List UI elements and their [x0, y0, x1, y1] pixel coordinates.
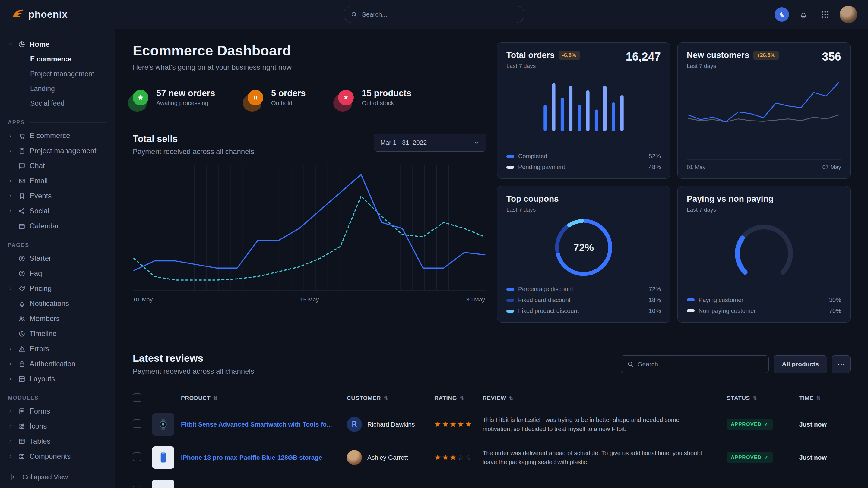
- legend-swatch: [506, 166, 514, 169]
- sidebar-item-notifications[interactable]: Notifications: [8, 296, 107, 311]
- reviews-search-input[interactable]: [638, 360, 763, 368]
- search-icon: [350, 11, 358, 18]
- sidebar-item-tables[interactable]: Tables: [8, 434, 107, 449]
- more-options-button[interactable]: ⋯: [832, 355, 850, 373]
- table-header-row: PRODUCT ⇅CUSTOMER ⇅RATING ⇅REVIEW ⇅STATU…: [133, 389, 850, 408]
- mail-icon: [17, 177, 27, 185]
- caret-right-icon: [8, 454, 14, 459]
- table-row-partial: [133, 474, 850, 488]
- pie-chart-icon: [17, 40, 27, 48]
- sidebar-item-faq[interactable]: Faq: [8, 266, 107, 281]
- collapsed-view-button[interactable]: Collapsed View: [0, 466, 115, 488]
- table-row: iPhone 13 pro max-Pacific Blue-128GB sto…: [133, 441, 850, 474]
- x-axis-label: 01 May: [687, 164, 706, 171]
- apps-grid-button[interactable]: [818, 7, 832, 22]
- reviews-title: Latest reviews: [133, 352, 254, 364]
- total-sells-subtitle: Payment received across all channels: [133, 148, 254, 156]
- total-orders-card: Total orders -6.8% Last 7 days 16,247 Co…: [497, 42, 670, 179]
- collapsed-view-label: Collapsed View: [22, 473, 68, 481]
- sidebar-item-project-management[interactable]: Project management: [8, 143, 107, 158]
- stat-15-products: 15 productsOut of stock: [338, 88, 411, 107]
- sidebar-item-layouts[interactable]: Layouts: [8, 371, 107, 386]
- global-search-input[interactable]: [362, 11, 518, 18]
- sidebar-item-starter[interactable]: Starter: [8, 251, 107, 266]
- column-header-rating[interactable]: RATING ⇅: [434, 395, 483, 401]
- sidebar-item-social[interactable]: Social: [8, 203, 107, 219]
- review-text: This Fitbit is fantastic! I was trying t…: [483, 415, 727, 433]
- bell-icon: [799, 10, 808, 19]
- sidebar-subitem-project-management[interactable]: Project management: [8, 67, 107, 82]
- sidebar-subitem-e-commerce[interactable]: E commerce: [8, 52, 107, 67]
- sidebar-item-forms[interactable]: Forms: [8, 403, 107, 419]
- product-image: [152, 480, 174, 488]
- column-header-status[interactable]: STATUS ⇅: [727, 395, 799, 401]
- sidebar-item-components[interactable]: Components: [8, 449, 107, 464]
- card-period: Last 7 days: [687, 206, 841, 213]
- main-content: Ecommerce Dashboard Here's what's going …: [115, 29, 868, 488]
- users-icon: [17, 315, 27, 323]
- sidebar-item-members[interactable]: Members: [8, 311, 107, 326]
- global-search[interactable]: [343, 6, 525, 23]
- sidebar-item-email[interactable]: Email: [8, 173, 107, 188]
- new-customers-value: 356: [822, 50, 841, 63]
- sidebar-item-e-commerce[interactable]: E commerce: [8, 128, 107, 143]
- table-row: Fitbit Sense Advanced Smartwatch with To…: [133, 408, 850, 441]
- review-time: Just now: [799, 454, 850, 461]
- column-header-review[interactable]: REVIEW ⇅: [483, 395, 727, 401]
- date-range-select[interactable]: Mar 1 - 31, 2022: [374, 133, 486, 152]
- sidebar: HomeE commerceProject managementLandingS…: [0, 29, 115, 488]
- sidebar-section-pages: PAGES: [8, 242, 107, 248]
- table-icon: [17, 438, 27, 445]
- caret-right-icon: [8, 439, 14, 444]
- caret-right-icon: [8, 346, 14, 352]
- paying-legend: Paying customer30%Non-paying customer70%: [687, 297, 841, 314]
- search-icon: [627, 360, 634, 368]
- page-title: Ecommerce Dashboard: [133, 42, 486, 59]
- product-link[interactable]: Fitbit Sense Advanced Smartwatch with To…: [181, 421, 347, 428]
- card-period: Last 7 days: [506, 206, 661, 213]
- check-icon: ✓: [764, 454, 769, 461]
- column-header-product[interactable]: PRODUCT ⇅: [181, 395, 347, 401]
- sidebar-item-home[interactable]: Home: [8, 37, 107, 52]
- sidebar-subitem-social-feed[interactable]: Social feed: [8, 96, 107, 111]
- notifications-button[interactable]: [796, 7, 811, 22]
- sidebar-item-calendar[interactable]: Calendar: [8, 219, 107, 234]
- shapes-icon: [17, 423, 27, 430]
- select-all-checkbox[interactable]: [133, 393, 142, 402]
- total-sells-x-labels: 01 May15 May30 May: [133, 296, 486, 303]
- row-checkbox[interactable]: [133, 452, 142, 461]
- sidebar-item-icons[interactable]: Icons: [8, 419, 107, 434]
- sidebar-subitem-landing[interactable]: Landing: [8, 82, 107, 96]
- column-header-customer[interactable]: CUSTOMER ⇅: [347, 395, 434, 401]
- sidebar-item-pricing[interactable]: Pricing: [8, 281, 107, 296]
- row-checkbox[interactable]: [133, 419, 142, 428]
- column-header-time[interactable]: TIME ⇅: [799, 395, 850, 401]
- reviews-search[interactable]: [621, 355, 769, 373]
- brand[interactable]: phoenix: [11, 7, 115, 22]
- customer-avatar: [347, 450, 362, 465]
- sidebar-item-timeline[interactable]: Timeline: [8, 326, 107, 341]
- user-avatar[interactable]: [840, 6, 857, 23]
- product-link[interactable]: iPhone 13 pro max-Pacific Blue-128GB sto…: [181, 454, 347, 461]
- layout-icon: [17, 375, 27, 383]
- sidebar-item-chat[interactable]: Chat: [8, 158, 107, 173]
- sidebar-item-errors[interactable]: Errors: [8, 341, 107, 356]
- row-checkbox[interactable]: [133, 486, 142, 488]
- theme-toggle-button[interactable]: [775, 7, 789, 22]
- all-products-button[interactable]: All products: [774, 355, 827, 373]
- sidebar-item-events[interactable]: Events: [8, 188, 107, 203]
- moon-icon: [778, 10, 786, 19]
- status-badge: APPROVED ✓: [727, 419, 773, 430]
- sort-icon: ⇅: [460, 395, 464, 401]
- phoenix-logo-icon: [11, 7, 24, 22]
- calendar-icon: [17, 223, 27, 230]
- legend-item-completed: Completed52%: [506, 153, 661, 160]
- puzzle-icon: [17, 453, 27, 460]
- legend-swatch: [506, 288, 514, 291]
- x-icon: [338, 90, 354, 105]
- top-coupons-legend: Percentage discount72%Fixed card discoun…: [506, 286, 661, 314]
- sidebar-item-authentication[interactable]: Authentication: [8, 356, 107, 371]
- sidebar-section-apps: APPS: [8, 119, 107, 126]
- caret-right-icon: [8, 178, 14, 184]
- rating-stars: ★★★☆☆: [434, 453, 483, 462]
